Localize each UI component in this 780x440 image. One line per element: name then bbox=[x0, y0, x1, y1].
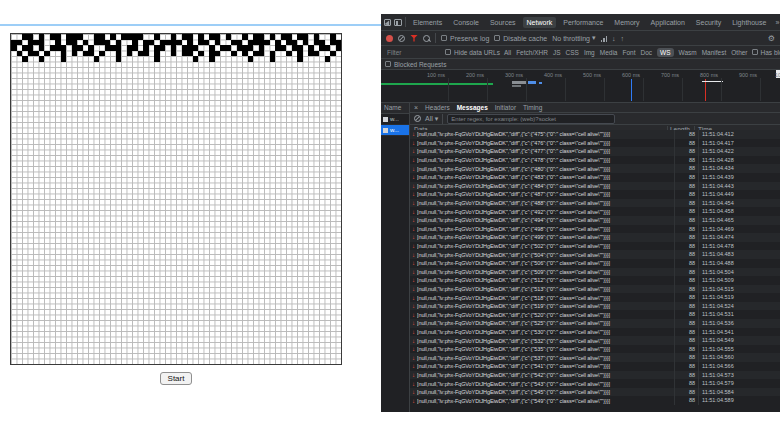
alive-cell[interactable] bbox=[127, 51, 133, 57]
message-row[interactable]: ↓[null,null,"lv:phx-FqGVoYDtJHgEiwDK","d… bbox=[410, 233, 780, 242]
filter-chip-img[interactable]: Img bbox=[584, 49, 595, 56]
message-row[interactable]: ↓[null,null,"lv:phx-FqGVoYDtJHgEiwDK","d… bbox=[410, 225, 780, 234]
throttling-dropdown[interactable]: No throttling ▾ bbox=[552, 34, 595, 42]
message-filter-input[interactable] bbox=[447, 114, 615, 124]
alive-cell[interactable] bbox=[72, 51, 78, 57]
devtools-tab-security[interactable]: Security bbox=[692, 17, 725, 28]
message-row[interactable]: ↓[null,null,"lv:phx-FqGVoYDtJHgEiwDK","d… bbox=[410, 353, 780, 362]
message-row[interactable]: ↓[null,null,"lv:phx-FqGVoYDtJHgEiwDK","d… bbox=[410, 268, 780, 277]
message-row[interactable]: ↓[null,null,"lv:phx-FqGVoYDtJHgEiwDK","d… bbox=[410, 302, 780, 311]
disable-cache-checkbox[interactable]: Disable cache bbox=[494, 35, 547, 42]
devtools-tab-console[interactable]: Console bbox=[449, 17, 483, 28]
message-row[interactable]: ↓[null,null,"lv:phx-FqGVoYDtJHgEiwDK","d… bbox=[410, 276, 780, 285]
hide-data-urls-checkbox[interactable]: Hide data URLs bbox=[445, 49, 500, 56]
alive-cell[interactable] bbox=[193, 56, 199, 62]
alive-cell[interactable] bbox=[215, 51, 221, 57]
message-type-dropdown[interactable]: All ▾ bbox=[425, 115, 438, 123]
alive-cell[interactable] bbox=[44, 51, 50, 57]
alive-cell[interactable] bbox=[270, 56, 276, 62]
message-row[interactable]: ↓[null,null,"lv:phx-FqGVoYDtJHgEiwDK","d… bbox=[410, 164, 780, 173]
blocked-requests-checkbox[interactable]: Blocked Requests bbox=[385, 61, 446, 68]
alive-cell[interactable] bbox=[336, 45, 342, 51]
filter-chip-font[interactable]: Font bbox=[622, 49, 635, 56]
clear-messages-icon[interactable] bbox=[414, 115, 421, 122]
filter-chip-manifest[interactable]: Manifest bbox=[702, 49, 727, 56]
device-toolbar-icon[interactable] bbox=[394, 19, 402, 26]
alive-cell[interactable] bbox=[248, 56, 254, 62]
alive-cell[interactable] bbox=[154, 56, 160, 62]
devtools-tab-application[interactable]: Application bbox=[647, 17, 689, 28]
more-tabs-chevron[interactable]: » bbox=[773, 19, 780, 26]
message-row[interactable]: ↓[null,null,"lv:phx-FqGVoYDtJHgEiwDK","d… bbox=[410, 396, 780, 405]
filter-chip-media[interactable]: Media bbox=[600, 49, 618, 56]
has-blocked-cookies-checkbox[interactable]: Has blocked cookies bbox=[752, 49, 780, 56]
filter-funnel-icon[interactable] bbox=[410, 35, 418, 42]
alive-cell[interactable] bbox=[143, 51, 149, 57]
alive-cell[interactable] bbox=[286, 51, 292, 57]
alive-cell[interactable] bbox=[99, 51, 105, 57]
filter-chip-js[interactable]: JS bbox=[553, 49, 561, 56]
close-detail-icon[interactable]: × bbox=[414, 104, 418, 111]
message-row[interactable]: ↓[null,null,"lv:phx-FqGVoYDtJHgEiwDK","d… bbox=[410, 388, 780, 397]
websocket-request-item[interactable]: w... bbox=[381, 114, 409, 125]
message-row[interactable]: ↓[null,null,"lv:phx-FqGVoYDtJHgEiwDK","d… bbox=[410, 362, 780, 371]
alive-cell[interactable] bbox=[330, 51, 336, 57]
alive-cell[interactable] bbox=[160, 45, 166, 51]
alive-cell[interactable] bbox=[209, 56, 215, 62]
network-settings-gear-icon[interactable]: ⚙ bbox=[768, 34, 775, 43]
devtools-tab-memory[interactable]: Memory bbox=[610, 17, 643, 28]
message-row[interactable]: ↓[null,null,"lv:phx-FqGVoYDtJHgEiwDK","d… bbox=[410, 293, 780, 302]
detail-tab-messages[interactable]: Messages bbox=[457, 104, 488, 111]
message-row[interactable]: ↓[null,null,"lv:phx-FqGVoYDtJHgEiwDK","d… bbox=[410, 207, 780, 216]
message-row[interactable]: ↓[null,null,"lv:phx-FqGVoYDtJHgEiwDK","d… bbox=[410, 147, 780, 156]
alive-cell[interactable] bbox=[198, 51, 204, 57]
devtools-tab-elements[interactable]: Elements bbox=[409, 17, 446, 28]
alive-cell[interactable] bbox=[297, 56, 303, 62]
message-row[interactable]: ↓[null,null,"lv:phx-FqGVoYDtJHgEiwDK","d… bbox=[410, 182, 780, 191]
alive-cell[interactable] bbox=[171, 51, 177, 57]
network-conditions-icon[interactable] bbox=[601, 35, 608, 42]
import-har-icon[interactable]: ↓ bbox=[612, 35, 616, 42]
filter-chip-all[interactable]: All bbox=[504, 49, 511, 56]
devtools-tab-network[interactable]: Network bbox=[523, 17, 557, 28]
message-row[interactable]: ↓[null,null,"lv:phx-FqGVoYDtJHgEiwDK","d… bbox=[410, 250, 780, 259]
message-row[interactable]: ↓[null,null,"lv:phx-FqGVoYDtJHgEiwDK","d… bbox=[410, 371, 780, 380]
alive-cell[interactable] bbox=[259, 51, 265, 57]
message-row[interactable]: ↓[null,null,"lv:phx-FqGVoYDtJHgEiwDK","d… bbox=[410, 190, 780, 199]
alive-cell[interactable] bbox=[325, 56, 331, 62]
name-column-header[interactable]: Name bbox=[381, 103, 409, 114]
filter-chip-fetchxhr[interactable]: Fetch/XHR bbox=[516, 49, 548, 56]
message-row[interactable]: ↓[null,null,"lv:phx-FqGVoYDtJHgEiwDK","d… bbox=[410, 285, 780, 294]
alive-cell[interactable] bbox=[116, 56, 122, 62]
detail-tab-headers[interactable]: Headers bbox=[425, 104, 450, 111]
message-row[interactable]: ↓[null,null,"lv:phx-FqGVoYDtJHgEiwDK","d… bbox=[410, 156, 780, 165]
message-row[interactable]: ↓[null,null,"lv:phx-FqGVoYDtJHgEiwDK","d… bbox=[410, 328, 780, 337]
filter-chip-ws[interactable]: WS bbox=[657, 48, 673, 57]
websocket-request-item[interactable]: w... bbox=[381, 125, 409, 136]
clear-network-log-icon[interactable] bbox=[398, 35, 405, 42]
devtools-tab-lighthouse[interactable]: Lighthouse bbox=[728, 17, 770, 28]
message-row[interactable]: ↓[null,null,"lv:phx-FqGVoYDtJHgEiwDK","d… bbox=[410, 199, 780, 208]
search-icon[interactable] bbox=[423, 35, 430, 42]
message-row[interactable]: ↓[null,null,"lv:phx-FqGVoYDtJHgEiwDK","d… bbox=[410, 130, 780, 139]
devtools-tab-performance[interactable]: Performance bbox=[559, 17, 607, 28]
message-row[interactable]: ↓[null,null,"lv:phx-FqGVoYDtJHgEiwDK","d… bbox=[410, 336, 780, 345]
filter-input[interactable] bbox=[385, 48, 441, 57]
alive-cell[interactable] bbox=[264, 40, 270, 46]
export-har-icon[interactable]: ↑ bbox=[621, 35, 625, 42]
message-row[interactable]: ↓[null,null,"lv:phx-FqGVoYDtJHgEiwDK","d… bbox=[410, 319, 780, 328]
filter-chip-other[interactable]: Other bbox=[731, 49, 747, 56]
message-row[interactable]: ↓[null,null,"lv:phx-FqGVoYDtJHgEiwDK","d… bbox=[410, 259, 780, 268]
message-row[interactable]: ↓[null,null,"lv:phx-FqGVoYDtJHgEiwDK","d… bbox=[410, 139, 780, 148]
inspect-element-icon[interactable] bbox=[384, 19, 391, 26]
start-button[interactable]: Start bbox=[160, 372, 193, 385]
network-overview-timeline[interactable]: 100 ms200 ms300 ms400 ms500 ms600 ms700 … bbox=[381, 70, 780, 103]
alive-cell[interactable] bbox=[22, 56, 28, 62]
detail-tab-initiator[interactable]: Initiator bbox=[495, 104, 516, 111]
message-row[interactable]: ↓[null,null,"lv:phx-FqGVoYDtJHgEiwDK","d… bbox=[410, 173, 780, 182]
filter-chip-css[interactable]: CSS bbox=[566, 49, 579, 56]
message-row[interactable]: ↓[null,null,"lv:phx-FqGVoYDtJHgEiwDK","d… bbox=[410, 310, 780, 319]
message-row[interactable]: ↓[null,null,"lv:phx-FqGVoYDtJHgEiwDK","d… bbox=[410, 216, 780, 225]
detail-tab-timing[interactable]: Timing bbox=[523, 104, 542, 111]
alive-cell[interactable] bbox=[39, 56, 45, 62]
